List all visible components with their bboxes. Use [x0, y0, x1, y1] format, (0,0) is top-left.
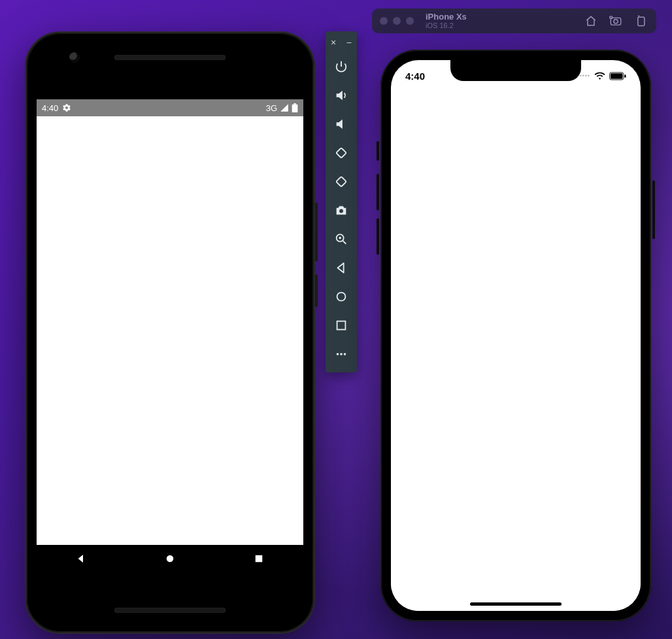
simulator-title: iPhone Xs iOS 16.2	[426, 12, 467, 29]
iphone-volume-up	[377, 174, 379, 210]
svg-point-11	[340, 353, 343, 355]
toolbar-close-button[interactable]: ×	[331, 38, 336, 47]
earpiece-icon	[114, 55, 226, 60]
network-type-label: 3G	[266, 103, 277, 113]
status-time: 4:40	[405, 71, 425, 82]
ios-simulator-titlebar: iPhone Xs iOS 16.2	[372, 8, 656, 33]
nav-home-button[interactable]	[162, 551, 178, 566]
android-app-content[interactable]	[37, 116, 303, 545]
svg-point-12	[344, 353, 346, 355]
simulator-screenshot-button[interactable]	[609, 14, 622, 27]
os-version-label: iOS 16.2	[426, 22, 467, 29]
power-button[interactable]	[333, 59, 349, 74]
window-traffic-lights	[380, 17, 414, 25]
android-emulator-frame: 4:40 3G	[25, 31, 315, 634]
window-close-button[interactable]	[380, 17, 388, 25]
emulator-toolbar: × −	[326, 31, 357, 372]
window-zoom-button[interactable]	[406, 17, 414, 25]
simulator-rotate-button[interactable]	[634, 14, 647, 27]
nav-back-shortcut[interactable]	[333, 260, 349, 276]
svg-point-10	[337, 353, 339, 355]
iphone-power-button	[652, 180, 655, 239]
nav-back-button[interactable]	[73, 551, 89, 566]
battery-icon	[609, 72, 626, 80]
svg-rect-1	[294, 103, 296, 105]
device-name-label: iPhone Xs	[426, 12, 467, 22]
android-power-button	[315, 274, 318, 307]
cellular-dots-icon: ••••	[579, 73, 590, 79]
rotate-right-button[interactable]	[333, 174, 349, 189]
svg-rect-18	[611, 73, 623, 78]
svg-rect-4	[336, 148, 346, 158]
zoom-button[interactable]	[333, 231, 349, 247]
speaker-icon	[114, 608, 226, 613]
svg-rect-9	[337, 321, 346, 330]
simulator-home-button[interactable]	[584, 14, 597, 27]
svg-rect-0	[292, 105, 298, 112]
iphone-volume-down	[377, 218, 379, 255]
signal-icon	[280, 103, 289, 112]
android-navigation-bar	[37, 545, 303, 572]
android-screen: 4:40 3G	[37, 99, 303, 572]
home-indicator[interactable]	[470, 602, 562, 606]
volume-up-button[interactable]	[333, 88, 349, 103]
svg-rect-19	[624, 74, 626, 78]
wifi-icon	[594, 72, 605, 80]
svg-rect-16	[638, 17, 645, 25]
android-status-bar: 4:40 3G	[37, 99, 303, 116]
rotate-left-button[interactable]	[333, 145, 349, 161]
status-time: 4:40	[42, 103, 58, 113]
battery-icon	[292, 103, 298, 112]
nav-overview-button[interactable]	[251, 551, 267, 566]
svg-rect-13	[611, 18, 620, 25]
iphone-screen: 4:40 ••••	[391, 60, 641, 611]
svg-rect-3	[256, 555, 263, 563]
camera-button[interactable]	[333, 203, 349, 218]
svg-rect-15	[610, 16, 613, 18]
svg-point-6	[339, 209, 343, 213]
window-minimize-button[interactable]	[393, 17, 401, 25]
front-camera-icon	[69, 52, 80, 63]
svg-point-8	[337, 293, 346, 301]
volume-down-button[interactable]	[333, 116, 349, 132]
ios-app-content[interactable]	[391, 91, 641, 611]
android-volume-rocker	[315, 203, 318, 261]
notch-icon	[450, 60, 581, 81]
gear-icon	[62, 103, 71, 112]
svg-rect-5	[336, 176, 346, 187]
iphone-simulator-frame: 4:40 ••••	[380, 50, 651, 621]
nav-overview-shortcut[interactable]	[333, 318, 349, 333]
toolbar-minimize-button[interactable]: −	[346, 38, 352, 47]
svg-point-14	[614, 20, 618, 24]
iphone-mute-switch	[377, 141, 379, 161]
nav-home-shortcut[interactable]	[333, 289, 349, 304]
more-button[interactable]	[333, 346, 349, 362]
svg-point-2	[167, 555, 174, 563]
